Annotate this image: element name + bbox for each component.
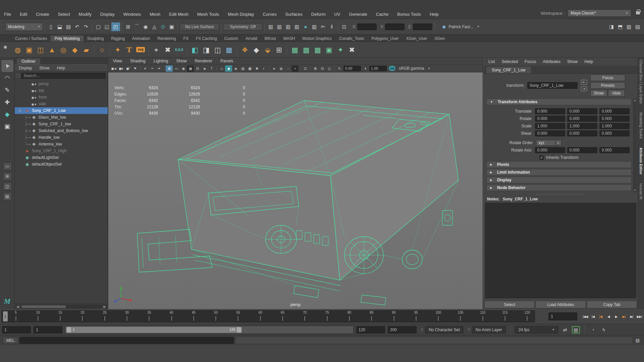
viewport-menu-item[interactable]: Renderer [195,59,212,63]
material-viewer-icon[interactable]: ● [301,22,310,31]
uv-planar-icon[interactable]: ▩ [289,44,301,55]
shelf-tab[interactable]: FX [180,36,192,42]
shelf-tab[interactable]: FX Caching [192,36,221,42]
anti-aliasing-icon[interactable]: ◌ [284,65,291,72]
grid-icon[interactable]: ⊞ [166,65,173,72]
step-forward-frame-button[interactable]: ▶| [628,313,635,320]
shelf-tab[interactable]: Custom [221,36,242,42]
outliner-item-antenna-low[interactable]: └─• Antenna_low [15,141,108,147]
poly-cone-icon[interactable]: ▲ [46,44,58,55]
separator[interactable] [92,22,92,31]
delete-history-icon[interactable]: ✖ [162,44,173,55]
uv-spherical-icon[interactable]: ▩ [312,44,323,55]
toggle-panel-top-icon[interactable]: ⬒ [616,22,625,31]
menu-item[interactable]: Modify [79,12,92,17]
gamma-dropdown[interactable]: sRGB gamma ▼ [397,66,432,71]
select-component-icon[interactable]: ◰ [111,22,120,31]
bridge-icon[interactable]: ⬙ [262,44,273,55]
bookmark-icon[interactable]: ⚑ [131,65,139,72]
menu-item[interactable]: Mesh Tools [197,12,219,17]
new-scene-icon[interactable]: ▯ [47,22,55,31]
notes-splitter[interactable]: ┄┄┄┄┄┄┄┄┄┄┄┄┄┄┄┄┄┄┄┄ [484,193,638,196]
menu-item[interactable]: Deform [311,12,326,17]
presets-button[interactable]: Presets [590,82,625,89]
separator[interactable] [216,66,217,71]
workspace-dropdown[interactable]: Maya Classic* ▼ [568,9,631,17]
value-y-field[interactable]: 1.000 [567,123,597,129]
exposure-toggle-icon[interactable]: ◱ [326,65,333,72]
poly-sphere-icon[interactable]: ◍ [12,44,23,55]
depth-of-field-icon[interactable]: ▪ [291,65,299,72]
value-y-field[interactable]: 0.000 [567,147,597,153]
attribute-editor-menu-item[interactable]: Selected [501,59,518,64]
menu-item[interactable]: Bonus Tools [397,12,421,17]
chevron-down-icon[interactable]: ▼ [555,140,561,146]
outliner-title[interactable]: Outliner [17,58,40,64]
field-chart-icon[interactable]: ⊟ [194,65,201,72]
viewport-menu-item[interactable]: Panels [220,59,233,63]
x-input[interactable] [357,23,377,30]
measure-tool-icon[interactable]: ⌖ [151,44,162,55]
animation-end-field[interactable]: 200 [388,326,417,334]
shelf-tab[interactable]: Arnold [242,36,261,42]
gear-icon[interactable]: ✱ [3,45,7,50]
load-attributes-button[interactable]: Load Attributes [535,301,586,308]
menu-item[interactable]: Edit Mesh [169,12,189,17]
value-z-field[interactable]: 0.000 [599,116,630,122]
star-primitive-icon[interactable]: ✦ [112,44,123,55]
z-input[interactable] [413,23,432,30]
outliner-item-handle-low[interactable]: ├─• Handle_low [15,134,108,141]
expand-toggle-icon[interactable]: ⊟ [17,109,22,113]
attribute-editor-menu-item[interactable]: Help [584,59,593,64]
collapsed-section-header[interactable]: ▶ Display [486,177,632,183]
scroll-left-icon[interactable]: ◀ [15,305,20,308]
film-gate-icon[interactable]: ▭ [173,65,180,72]
lasso-select-tool-icon[interactable]: ◠ [2,72,13,84]
save-scene-icon[interactable]: ▤ [64,22,73,31]
outliner-item-default-light-set[interactable]: defaultLightSet [15,154,108,161]
value-x-field[interactable]: 0.000 [535,147,565,153]
separator[interactable] [338,22,338,31]
xray-icon[interactable]: ⊠ [312,65,319,72]
shelf-tab[interactable]: Motion Graphics [299,36,335,42]
uv-cylindrical-icon[interactable]: ▩ [301,44,312,55]
playback-start-field[interactable]: 1 [34,326,62,334]
snap-curve-icon[interactable]: ⌒ [132,22,141,31]
step-forward-key-button[interactable]: ▶| [621,313,627,320]
collapsed-section-header[interactable]: ▶ Node Behavior [486,184,632,191]
collapsed-section-header[interactable]: ▶ Pivots [486,161,632,168]
filter-icon[interactable]: ⛶ [17,73,19,78]
attribute-editor-menu-item[interactable]: Show [567,59,578,64]
separator[interactable] [269,66,269,71]
shadows-icon[interactable]: ◐ [260,65,267,72]
separate-icon[interactable]: ◨ [201,44,212,55]
separator[interactable] [148,45,149,55]
shelf-tab[interactable]: Poly Modeling [51,36,83,42]
crossed-tools-icon[interactable]: ✖ [346,44,358,55]
toggle-panel-bottom-icon[interactable]: ▤ [633,22,642,31]
xray-joints-icon[interactable]: ⊟ [319,65,326,72]
paint-select-tool-icon[interactable]: ✎ [2,84,13,96]
value-x-field[interactable]: 0.000 [535,108,565,114]
tab-channel-box-layer-editor[interactable]: Channel Box / Layer Editor [639,60,643,104]
mel-toggle-button[interactable]: MEL [3,337,18,344]
value-z-field[interactable]: 0.000 [599,130,630,136]
outliner-item-sony-crf-1-low[interactable]: ⊟ Sony_CRF_1_Low [15,107,108,114]
tab-attribute-editor[interactable]: Attribute Editor [639,147,643,175]
use-all-lights-icon[interactable]: ✺ [253,65,260,72]
open-scene-icon[interactable]: ⬓ [55,22,64,31]
multi-cut-icon[interactable]: ⊞ [273,44,285,55]
select-object-icon[interactable]: ◱ [103,22,111,31]
value-z-field[interactable]: 1.000 [599,123,630,129]
scale-tool-icon[interactable]: ▣ [2,121,13,132]
shelf-tab[interactable]: Polygons_User [368,36,402,42]
focus-button[interactable]: Focus [590,74,625,81]
outliner-item-default-object-set[interactable]: defaultObjectSet [15,161,108,168]
layout-single-pane-icon[interactable]: ▭ [3,162,12,170]
exposure-field[interactable]: 0.00 [343,66,361,71]
value-x-field[interactable]: 0.000 [535,130,565,136]
go-to-end-button[interactable]: ▶▶| [636,313,643,320]
shelf-tab[interactable]: Bifrost [261,36,280,42]
select-tool-icon[interactable]: ➤ [2,60,13,72]
separator[interactable] [300,66,300,71]
